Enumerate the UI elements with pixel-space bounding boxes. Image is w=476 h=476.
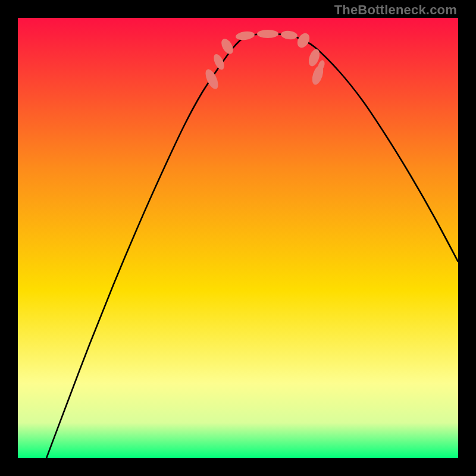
marker-icon <box>219 37 236 56</box>
marker-icon <box>235 30 255 41</box>
marker-icon <box>257 30 278 38</box>
marker-icon <box>280 30 298 40</box>
bottleneck-curve <box>18 18 458 458</box>
chart-plot-area <box>18 18 458 458</box>
marker-icon <box>295 31 312 50</box>
marker-icon <box>212 52 227 71</box>
curve-markers <box>203 30 326 91</box>
watermark-text: TheBottleneck.com <box>334 2 457 18</box>
